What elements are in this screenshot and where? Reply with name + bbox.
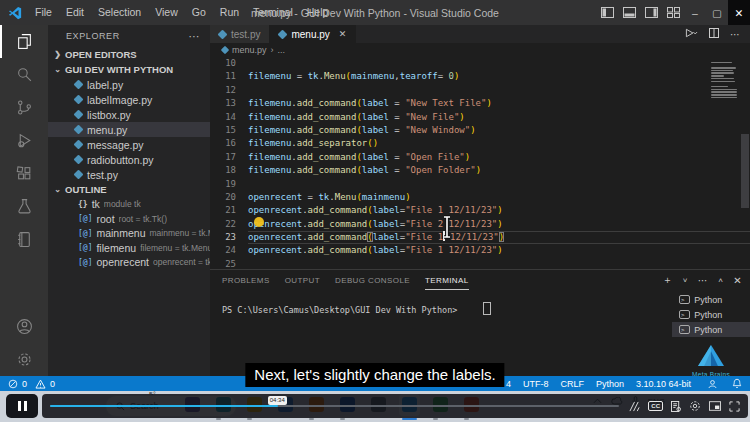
file-item-radiobutton.py[interactable]: radiobutton.py [48,152,210,167]
code-line-19[interactable]: 19 [210,178,750,191]
terminal-instance-1[interactable]: >_Python [672,292,750,307]
notebook-icon[interactable] [0,223,48,256]
file-item-message.py[interactable]: message.py [48,137,210,152]
extensions-icon[interactable] [0,157,48,190]
code-line-22[interactable]: 22openrecent.add_command(label="File 2 1… [210,218,750,231]
tab-test.py[interactable]: test.py [210,25,270,43]
menu-view[interactable]: View [148,0,185,25]
breadcrumb[interactable]: menu.py›... [210,43,750,56]
minimap[interactable] [711,59,739,102]
code-line-24[interactable]: 24openrecent.add_command(label="File 1 1… [210,244,750,257]
testing-icon[interactable] [0,190,48,223]
notifications-bell-icon[interactable] [732,378,742,389]
code-line-23[interactable]: 23openrecent.add_command(label="File 1 1… [210,231,750,244]
outline-item-filemenu[interactable]: [@]filemenufilemenu = tk.Menu(mainm... [48,241,210,256]
menu-edit[interactable]: Edit [59,0,91,25]
breadcrumb-item[interactable]: menu.py [232,45,267,55]
explorer-icon[interactable] [0,25,48,58]
picture-in-picture-icon[interactable] [709,401,721,411]
fullscreen-icon[interactable] [729,401,740,412]
toggle-secondary-sidebar-icon[interactable] [640,0,662,25]
editor-scrollbar[interactable] [741,134,749,208]
panel-more-actions-icon[interactable]: ⋯ [698,275,708,286]
code-line-14[interactable]: 14filemenu.add_command(label = "New File… [210,111,750,124]
close-panel-icon[interactable]: ✕ [733,275,742,286]
file-item-menu.py[interactable]: menu.py [48,122,210,137]
file-item-labelImage.py[interactable]: labelImage.py [48,92,210,107]
explorer-more-actions-icon[interactable]: ⋯ [188,30,200,43]
file-item-test.py[interactable]: test.py [48,167,210,182]
toggle-panel-icon[interactable] [618,0,640,25]
settings-gear-icon[interactable] [0,343,48,376]
close-tab-icon[interactable]: ✕ [339,29,347,39]
close-button[interactable]: ✕ [728,0,750,25]
code-line-18[interactable]: 18filemenu.add_command(label = "Open Fol… [210,164,750,177]
transcript-icon[interactable] [671,401,681,412]
section-outline[interactable]: ⌄ OUTLINE [48,182,210,197]
menu-selection[interactable]: Selection [91,0,148,25]
outline-item-root[interactable]: [@]rootroot = tk.Tk() [48,212,210,227]
code-line-15[interactable]: 15filemenu.add_command(label = "New Wind… [210,124,750,137]
menu-run[interactable]: Run [213,0,246,25]
status-item[interactable]: Python [596,379,624,389]
code-line-25[interactable]: 25 [210,258,750,269]
code-line-16[interactable]: 16filemenu.add_separator() [210,137,750,150]
code-line-20[interactable]: 20openrecent = tk.Menu(mainmenu) [210,191,750,204]
code-line-13[interactable]: 13filemenu.add_command(label = "New Text… [210,97,750,110]
menu-go[interactable]: Go [185,0,213,25]
run-and-debug-icon[interactable] [0,124,48,157]
terminal-instance-2[interactable]: >_Python [672,307,750,322]
file-item-listbox.py[interactable]: listbox.py [48,107,210,122]
breadcrumb-item[interactable]: ... [278,45,286,55]
terminal-dropdown-icon[interactable]: ˅ [683,276,688,285]
source-control-icon[interactable] [0,91,48,124]
terminal-instance-3[interactable]: >_Python [672,322,750,337]
player-settings-gear-icon[interactable] [689,400,701,412]
section-workspace[interactable]: ⌄ GUI DEV WITH PYTHON [48,62,210,77]
tab-menu.py[interactable]: menu.py✕ [270,25,356,43]
menu-file[interactable]: File [28,0,59,25]
run-python-file-icon[interactable] [685,28,698,40]
playback-speed-icon[interactable] [629,401,640,412]
code-line-10[interactable]: 10 [210,57,750,70]
panel-tab-problems[interactable]: PROBLEMS [222,270,270,290]
code-line-11[interactable]: 11filemenu = tk.Menu(mainmenu,tearoff= 0… [210,70,750,83]
terminal-icon: >_ [679,310,690,319]
status-item[interactable]: UTF-8 [523,379,549,389]
minimize-button[interactable]: – [684,0,706,25]
panel-tab-terminal[interactable]: TERMINAL [425,270,469,290]
errors-icon[interactable] [8,379,18,389]
customize-layout-icon[interactable] [662,0,684,25]
outline-item-openrecent[interactable]: [@]openrecentopenrecent = tk.Menu(... [48,255,210,270]
outline-item-mainmenu[interactable]: [@]mainmenumainmenu = tk.Menu(ro... [48,226,210,241]
panel-tab-output[interactable]: OUTPUT [285,270,320,290]
code-line-17[interactable]: 17filemenu.add_command(label = "Open Fil… [210,151,750,164]
toggle-sidebar-icon[interactable] [596,0,618,25]
new-terminal-icon[interactable]: ＋ [662,273,672,287]
status-item[interactable]: 3.10.10 64-bit [636,379,691,389]
section-open-editors[interactable]: ❯ OPEN EDITORS [48,47,210,62]
status-item[interactable]: CRLF [560,379,584,389]
more-actions-icon[interactable]: ⋯ [730,29,740,40]
panel-tab-debug-console[interactable]: DEBUG CONSOLE [335,270,410,290]
pause-button[interactable] [6,394,38,418]
error-count[interactable]: 0 [22,379,27,389]
menu-help[interactable]: Help [300,0,336,25]
restore-button[interactable]: ▢ [706,0,728,25]
accounts-icon[interactable] [0,310,48,343]
file-item-label.py[interactable]: label.py [48,77,210,92]
status-item[interactable]: 4 [506,379,511,389]
closed-captions-icon[interactable]: CC [648,401,663,411]
split-editor-icon[interactable] [709,28,719,40]
menu-terminal[interactable]: Terminal [246,0,300,25]
code-line-12[interactable]: 12 [210,84,750,97]
outline-item-tk[interactable]: {}tkmodule tk [48,197,210,212]
feedback-icon[interactable] [707,379,718,389]
warning-count[interactable]: 0 [50,379,55,389]
seek-bar[interactable]: 04:34 [50,405,619,408]
code-editor[interactable]: 1011filemenu = tk.Menu(mainmenu,tearoff=… [210,56,750,269]
maximize-panel-icon[interactable]: ˄ [718,276,723,285]
warnings-icon[interactable] [35,379,46,389]
search-icon[interactable] [0,58,48,91]
code-line-21[interactable]: 21openrecent.add_command(label="File 1 1… [210,204,750,217]
